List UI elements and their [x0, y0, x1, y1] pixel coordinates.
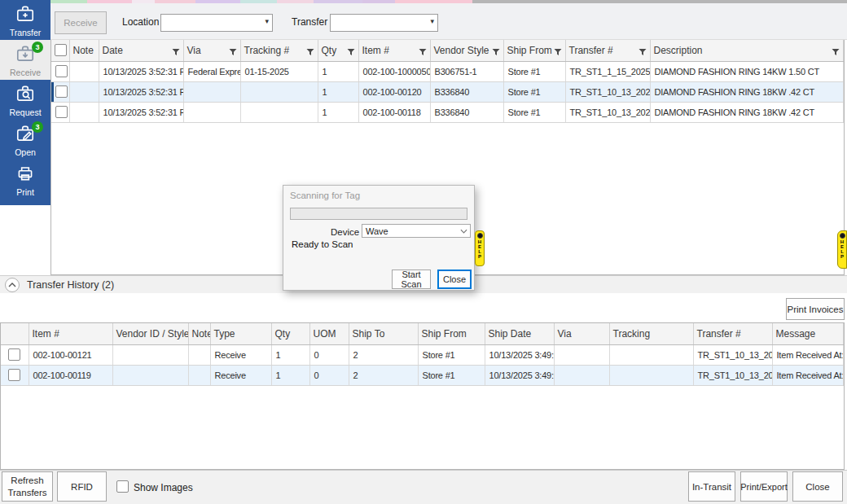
location-label: Location: [122, 16, 159, 28]
in-transit-button[interactable]: In-Transit: [688, 471, 735, 502]
column-header-ship-from[interactable]: Ship From: [503, 40, 565, 61]
column-header-qty[interactable]: Qty: [271, 323, 309, 344]
table-row[interactable]: 002-100-00119 Receive 1 0 2 Store #1 10/…: [1, 365, 844, 385]
column-header-via[interactable]: Via: [183, 40, 240, 61]
column-header-via[interactable]: Via: [554, 323, 609, 344]
footer-bar: Refresh Transfers RFID Show Images In-Tr…: [0, 470, 847, 504]
column-header-transfer[interactable]: Transfer #: [565, 40, 650, 61]
select-column-header: [1, 323, 29, 344]
chevron-down-icon: [460, 229, 467, 234]
sidebar-item-receive[interactable]: 3 Receive: [0, 40, 50, 80]
location-dropdown[interactable]: ▾: [160, 14, 273, 32]
transfer-history-title: Transfer History (2): [27, 279, 114, 291]
grid-header-row: Item # Vendor ID / Style Note Type Qty U…: [1, 323, 844, 344]
row-checkbox[interactable]: [8, 369, 20, 381]
filter-icon[interactable]: [639, 47, 647, 59]
table-row[interactable]: 002-100-00121 Receive 1 0 2 Store #1 10/…: [1, 344, 844, 365]
refresh-transfers-button[interactable]: Refresh Transfers: [2, 471, 53, 502]
select-all-checkbox[interactable]: [55, 44, 67, 56]
receive-count-badge: 3: [32, 42, 43, 53]
column-header-note[interactable]: Note: [69, 40, 99, 61]
chevron-down-icon: ▾: [265, 17, 269, 25]
scanning-for-tag-dialog: Scanning for Tag Device Wave Ready to Sc…: [283, 185, 475, 291]
filter-icon[interactable]: [492, 47, 500, 59]
filter-icon[interactable]: [832, 47, 840, 59]
transfer-number-dropdown[interactable]: ▾: [330, 14, 438, 32]
column-header-note[interactable]: Note: [188, 323, 210, 344]
chevron-up-icon: [8, 283, 16, 287]
row-checkbox[interactable]: [55, 85, 68, 98]
row-checkbox[interactable]: [55, 106, 68, 118]
column-header-date[interactable]: Date: [99, 40, 183, 61]
close-button[interactable]: Close: [792, 471, 843, 502]
edge-help-tab[interactable]: HELP: [837, 230, 847, 269]
row-checkbox[interactable]: [55, 65, 68, 77]
help-icon: [840, 233, 845, 239]
column-header-tracking[interactable]: Tracking: [609, 323, 693, 344]
filter-icon[interactable]: [172, 47, 180, 59]
filter-icon[interactable]: [347, 47, 355, 59]
column-header-tracking[interactable]: Tracking #: [240, 40, 318, 61]
show-images-label: Show Images: [134, 482, 193, 493]
sidebar-item-label: Receive: [10, 68, 41, 77]
sidebar-item-label: Transfer: [10, 28, 42, 37]
sidebar-item-transfer[interactable]: Transfer: [0, 0, 50, 40]
column-header-type[interactable]: Type: [210, 323, 271, 344]
show-images-checkbox[interactable]: [116, 480, 129, 493]
column-header-item[interactable]: Item #: [29, 323, 112, 344]
column-header-vendor-id-style[interactable]: Vendor ID / Style: [112, 323, 188, 344]
filter-icon[interactable]: [229, 47, 237, 59]
dialog-help-tab[interactable]: HELP: [475, 230, 485, 266]
column-header-qty[interactable]: Qty: [318, 40, 358, 61]
chevron-down-icon: ▾: [430, 17, 434, 25]
column-header-vendor-style[interactable]: Vendor Style: [430, 40, 503, 61]
column-header-ship-date[interactable]: Ship Date: [485, 323, 554, 344]
filter-icon[interactable]: [554, 47, 562, 59]
dialog-title: Scanning for Tag: [290, 191, 360, 200]
toolbar: Receive Items Location ▾ Transfer # ▾: [50, 3, 847, 40]
transfer-history-grid: Item # Vendor ID / Style Note Type Qty U…: [0, 322, 845, 470]
sidebar-item-print[interactable]: Print: [0, 160, 50, 199]
start-scan-button[interactable]: Start Scan: [392, 270, 431, 289]
grid-header-row: Note Date Via Tracking # Qty Item # Vend…: [51, 40, 844, 61]
column-header-transfer[interactable]: Transfer #: [693, 323, 772, 344]
column-header-ship-from[interactable]: Ship From: [418, 323, 485, 344]
table-row[interactable]: 10/13/2025 3:52:31 PM Federal Express 01…: [51, 61, 844, 81]
column-header-description[interactable]: Description: [650, 40, 844, 61]
column-header-uom[interactable]: UOM: [309, 323, 349, 344]
select-all-header[interactable]: [51, 40, 69, 61]
sidebar-item-label: Print: [16, 187, 34, 197]
sidebar-item-label: Request: [9, 107, 41, 117]
table-row[interactable]: 10/13/2025 3:52:31 PM 1 002-100-00118 B3…: [51, 102, 844, 122]
briefcase-plus-icon: [15, 3, 36, 27]
sidebar-item-open[interactable]: 3 Open: [0, 120, 50, 160]
column-header-item[interactable]: Item #: [358, 40, 430, 61]
device-label: Device: [331, 227, 359, 237]
filter-icon[interactable]: [419, 47, 427, 59]
scan-status-text: Ready to Scan: [292, 239, 353, 249]
sidebar-item-request[interactable]: Request: [0, 80, 50, 120]
print-export-button[interactable]: Print/Export: [740, 471, 788, 502]
collapse-button[interactable]: [5, 278, 20, 292]
print-invoices-button[interactable]: Print Invoices: [786, 298, 845, 320]
rfid-button[interactable]: RFID: [57, 471, 107, 502]
filter-icon[interactable]: [306, 47, 314, 59]
sidebar: Transfer 3 Receive Request 3 Open Print: [0, 0, 50, 205]
help-icon: [477, 233, 483, 239]
scan-tag-input[interactable]: [290, 208, 467, 220]
open-count-badge: 3: [32, 121, 43, 133]
row-checkbox[interactable]: [8, 348, 20, 361]
device-value: Wave: [366, 226, 388, 236]
receive-items-button[interactable]: Receive Items: [55, 11, 107, 34]
column-header-message[interactable]: Message: [772, 323, 844, 344]
dialog-close-button[interactable]: Close: [437, 270, 472, 289]
printer-icon: [15, 163, 36, 186]
column-header-ship-to[interactable]: Ship To: [349, 323, 418, 344]
briefcase-search-icon: [15, 83, 36, 107]
table-row-selected[interactable]: 10/13/2025 3:52:31 PM 1 002-100-00120 B3…: [51, 81, 844, 102]
sidebar-item-label: Open: [15, 147, 36, 157]
device-dropdown[interactable]: Wave: [362, 224, 471, 238]
